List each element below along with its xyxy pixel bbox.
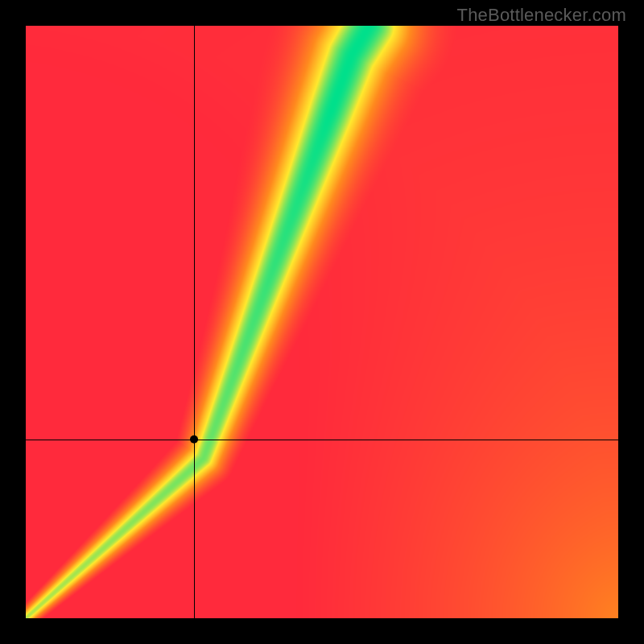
bottleneck-heatmap bbox=[0, 0, 644, 644]
source-attribution: TheBottlenecker.com bbox=[457, 5, 626, 26]
